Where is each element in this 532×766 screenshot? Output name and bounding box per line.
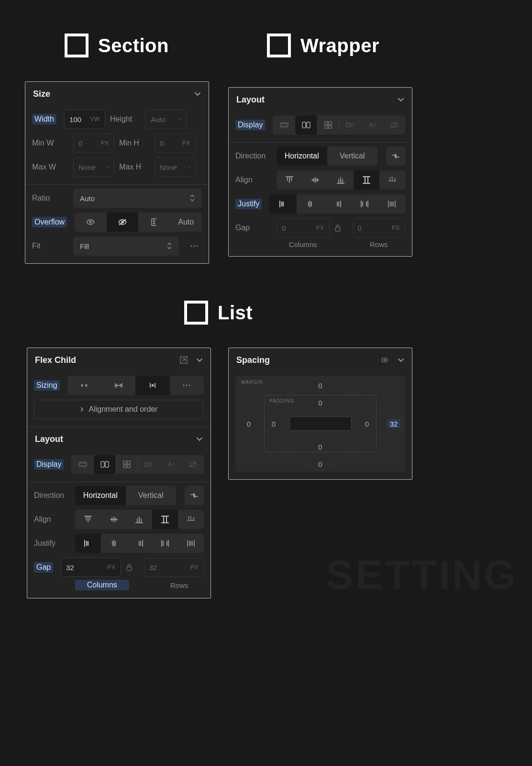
spacing-diagram: MARGIN PADDING 0 32 0 0 0 0 0 0: [235, 376, 405, 472]
panel-header-spacing[interactable]: Spacing: [229, 348, 412, 372]
display-flex[interactable]: [295, 115, 317, 135]
margin-left[interactable]: 0: [242, 420, 255, 428]
panel-header[interactable]: Layout: [229, 88, 412, 112]
display-flex[interactable]: [94, 455, 116, 474]
flex-icon: [302, 122, 310, 128]
padding-caption: PADDING: [269, 398, 294, 404]
ratio-select[interactable]: Auto: [73, 189, 202, 208]
panel-header-layout-list[interactable]: Layout: [27, 427, 211, 451]
panel-header-flexchild[interactable]: Flex Child: [27, 348, 211, 372]
margin-bottom[interactable]: 0: [314, 460, 327, 468]
fit-more[interactable]: [187, 237, 202, 256]
svg-rect-24: [127, 465, 130, 468]
margin-top[interactable]: 0: [314, 382, 327, 390]
justify-center[interactable]: [101, 534, 127, 553]
svg-rect-18: [79, 463, 87, 466]
justify-start[interactable]: [269, 194, 297, 214]
direction-reverse-button[interactable]: [185, 486, 204, 505]
row-overflow: Overflow Auto: [32, 213, 202, 232]
align-baseline[interactable]: [379, 170, 405, 190]
overflow-auto[interactable]: Auto: [170, 213, 202, 232]
sizing-shrink[interactable]: [67, 376, 101, 395]
svg-rect-13: [335, 227, 340, 231]
justify-between[interactable]: [152, 534, 178, 553]
display-block[interactable]: [71, 455, 93, 474]
height-input[interactable]: Auto -: [145, 110, 187, 129]
select-parent-icon[interactable]: [180, 356, 188, 364]
display-segment: [273, 115, 405, 135]
justify-between[interactable]: [351, 194, 378, 214]
direction-horizontal[interactable]: Horizontal: [75, 486, 126, 505]
sizing-grow[interactable]: [101, 376, 135, 395]
display-inlineblock[interactable]: [138, 455, 160, 474]
justify-around[interactable]: [378, 194, 405, 214]
margin-right[interactable]: 32: [387, 419, 400, 428]
align-end[interactable]: [127, 510, 153, 529]
align-baseline[interactable]: [178, 510, 204, 529]
eye-off-icon: [390, 122, 399, 128]
display-none[interactable]: [383, 115, 405, 135]
sizing-none[interactable]: [135, 376, 169, 395]
align-stretch[interactable]: [354, 170, 379, 190]
fixed-icon: [148, 382, 157, 389]
justify-around[interactable]: [178, 534, 204, 553]
justify-start-icon: [279, 200, 288, 208]
overflow-scroll[interactable]: [138, 213, 170, 232]
align-start-icon: [84, 516, 92, 523]
gap-lock[interactable]: [334, 224, 348, 232]
display-inline[interactable]: [160, 455, 182, 474]
overflow-visible[interactable]: [75, 213, 106, 232]
display-inlineblock[interactable]: [339, 115, 361, 135]
fit-select[interactable]: Fill: [73, 237, 179, 256]
gap-label-l: Gap: [34, 562, 53, 573]
align-start[interactable]: [75, 510, 101, 529]
sizing-more[interactable]: [170, 376, 204, 395]
panel-header[interactable]: Size: [25, 82, 209, 106]
align-start[interactable]: [277, 170, 302, 190]
padding-right[interactable]: 0: [360, 420, 374, 428]
align-center[interactable]: [101, 510, 127, 529]
justify-start[interactable]: [75, 534, 101, 553]
justify-between-icon: [161, 540, 169, 547]
chevron-right-icon: [80, 406, 84, 412]
display-grid[interactable]: [317, 115, 339, 135]
maxw-input[interactable]: None -: [73, 158, 114, 177]
display-block[interactable]: [273, 115, 295, 135]
display-grid[interactable]: [116, 455, 138, 474]
spacing-preset-icon[interactable]: [380, 357, 389, 363]
maxh-input[interactable]: None -: [155, 158, 196, 177]
display-inline[interactable]: [361, 115, 383, 135]
reveal-alignment-order[interactable]: Alignment and order: [34, 400, 204, 419]
padding-bottom[interactable]: 0: [314, 443, 327, 451]
align-center[interactable]: [302, 170, 328, 190]
padding-top[interactable]: 0: [314, 399, 327, 407]
gap-row-input-l[interactable]: 32 PX: [144, 558, 204, 577]
direction-vertical[interactable]: Vertical: [327, 146, 378, 166]
overflow-hidden[interactable]: [107, 213, 138, 232]
minh-label: Min H: [119, 139, 150, 147]
gap-col-input[interactable]: 0 PX: [277, 218, 330, 237]
align-end[interactable]: [328, 170, 354, 190]
gap-col-input-l[interactable]: 32 PX: [61, 558, 121, 577]
gap-row-input[interactable]: 0 PX: [353, 218, 406, 237]
display-none[interactable]: [182, 455, 204, 474]
align-stretch[interactable]: [152, 510, 178, 529]
minw-input[interactable]: 0 PX: [73, 134, 114, 153]
width-input[interactable]: 100 VW: [64, 110, 105, 129]
justify-end[interactable]: [127, 534, 153, 553]
gap-lock-l[interactable]: [126, 563, 139, 571]
justify-center[interactable]: [297, 194, 324, 214]
svg-point-0: [89, 221, 91, 223]
justify-start-icon: [84, 540, 92, 547]
direction-reverse-button[interactable]: [386, 146, 405, 166]
svg-rect-28: [384, 360, 386, 361]
svg-rect-22: [127, 461, 130, 464]
direction-vertical[interactable]: Vertical: [126, 486, 177, 505]
ratio-label: Ratio: [32, 194, 68, 203]
padding-left[interactable]: 0: [267, 420, 280, 428]
justify-end[interactable]: [324, 194, 351, 214]
minh-input[interactable]: 0 PX: [155, 134, 196, 153]
heading-section-text: Section: [98, 35, 169, 56]
direction-horizontal[interactable]: Horizontal: [277, 146, 327, 166]
panel-title: Layout: [35, 434, 63, 444]
